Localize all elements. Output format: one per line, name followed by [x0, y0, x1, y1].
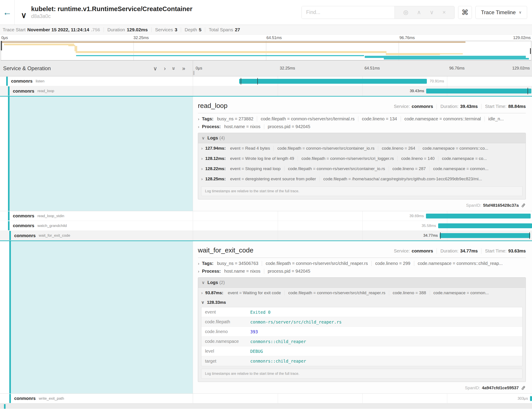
- logs-count: (4): [219, 136, 225, 141]
- tags-row[interactable]: › Tags: busy_ns = 273882 code.filepath =…: [198, 116, 526, 121]
- operation-name: wait_for_exit_code: [39, 233, 70, 238]
- span-color-accent: [8, 86, 10, 96]
- span-bar[interactable]: [426, 214, 531, 218]
- log-entry[interactable]: › 127.94ms: event = Read 4 bytes code.fi…: [198, 143, 526, 153]
- divider: [437, 104, 437, 109]
- expanded-log-timestamp: 128.33ms: [207, 300, 226, 305]
- duration-label: Duration:: [440, 104, 458, 109]
- duration-value: 34.77ms: [460, 248, 478, 254]
- back-button[interactable]: ←: [0, 0, 15, 25]
- log-entry[interactable]: › 128.22ms: event = Stopping read loop c…: [198, 164, 526, 174]
- log-entry[interactable]: › 128.25ms: event = deregistering event …: [198, 174, 526, 184]
- span-bar[interactable]: [438, 223, 532, 228]
- detail-span-meta: Service:conmonrs Duration:34.77ms Start …: [394, 248, 526, 254]
- chevron-right-icon: ›: [198, 269, 199, 274]
- log-entry[interactable]: › 93.87ms: event = Waiting for exit code…: [198, 288, 526, 298]
- operation-name: listen: [36, 79, 45, 83]
- span-duration-label: 303μs: [518, 394, 528, 403]
- process-row[interactable]: › Process: host.name = nixos process.pid…: [198, 269, 526, 274]
- log-timestamps-note: Log timestamps are relative to the start…: [201, 186, 522, 196]
- chevron-right-icon: ›: [198, 124, 199, 129]
- expand-all-icon[interactable]: »: [182, 66, 185, 71]
- expand-one-icon[interactable]: ›: [164, 66, 166, 71]
- span-name-cell[interactable]: conmonrs read_loop: [0, 86, 193, 96]
- span-detail-read-loop: read_loop Service:conmonrs Duration:39.4…: [0, 97, 532, 211]
- span-color-accent: [9, 231, 11, 240]
- log-entry[interactable]: › 128.12ms: event = Wrote log line of le…: [198, 153, 526, 164]
- link-icon[interactable]: [521, 203, 526, 208]
- span-name-cell[interactable]: conmonrs watch_grandchild: [0, 221, 193, 230]
- span-name-cell[interactable]: conmonrs read_loop_stdin: [0, 211, 193, 221]
- clear-search-icon[interactable]: ×: [442, 9, 446, 16]
- divider: [104, 27, 104, 32]
- logs-header[interactable]: ∨ Logs (2): [198, 278, 526, 288]
- log-timestamp: 128.22ms:: [205, 166, 226, 171]
- tags-label: Tags:: [202, 116, 213, 121]
- service-name: conmonrs: [11, 78, 33, 84]
- process-item: process.pid = 942045: [264, 124, 314, 129]
- tag-item: busy_ns = 273882: [217, 116, 257, 121]
- view-selector-button[interactable]: Trace Timeline ∨: [475, 6, 527, 19]
- log-marker: [257, 78, 258, 85]
- tags-label: Tags:: [202, 261, 213, 266]
- tags-row[interactable]: › Tags: busy_ns = 34506763 code.filepath…: [198, 261, 526, 266]
- table-row: level DEBUG: [201, 346, 522, 356]
- header: ← ∨ kubelet: runtime.v1.RuntimeService/C…: [0, 0, 532, 25]
- span-bar[interactable]: [239, 79, 427, 84]
- prev-match-icon[interactable]: ∧: [417, 9, 421, 16]
- span-id-value: 4a947cfd1ce59537: [482, 385, 519, 390]
- page-title: kubelet: runtime.v1.RuntimeService/Creat…: [31, 5, 192, 13]
- minimap-tick: 129.02ms: [513, 36, 531, 40]
- span-bar[interactable]: [440, 233, 530, 238]
- detail-highlight-block: [10, 97, 193, 211]
- span-name-cell[interactable]: conmonrs listen: [0, 76, 193, 86]
- collapse-one-icon[interactable]: ∨: [153, 66, 157, 71]
- partial-next-row: [0, 403, 532, 409]
- next-match-icon[interactable]: ∨: [430, 9, 434, 16]
- process-row[interactable]: › Process: host.name = nixos process.pid…: [198, 124, 526, 129]
- match-case-icon[interactable]: ◎: [403, 9, 408, 16]
- find-input[interactable]: [302, 6, 394, 19]
- tag-item: code.filepath = conmon-rs/server/src/chi…: [262, 261, 371, 266]
- find-tools: ◎ ∧ ∨ ×: [394, 6, 454, 19]
- expanded-log-header[interactable]: ∨ 128.33ms: [198, 298, 526, 307]
- command-icon: ⌘: [461, 8, 469, 17]
- detail-highlight-block: [11, 241, 193, 393]
- depth-value: 5: [199, 27, 201, 32]
- service-operation-header: Service & Operation ∨ › » » ||: [0, 61, 193, 76]
- keyboard-shortcuts-button[interactable]: ⌘: [458, 6, 472, 19]
- span-name-cell[interactable]: conmonrs write_exit_path: [0, 394, 193, 403]
- log-field: code.namespace = conmonrs::co...: [419, 146, 492, 151]
- minimap-span-bar: [75, 46, 77, 51]
- logs-header[interactable]: ∨ Logs (4): [198, 133, 526, 143]
- operation-name: read_loop: [38, 89, 54, 93]
- duration-label: Duration: [107, 27, 125, 32]
- chevron-right-icon: ›: [198, 117, 199, 121]
- span-bar[interactable]: [426, 88, 531, 93]
- minimap-span-bar: [365, 56, 526, 58]
- chevron-down-icon[interactable]: ∨: [21, 11, 27, 19]
- chevron-right-icon: ›: [201, 290, 203, 295]
- minimap-scrubber-left-handle[interactable]: [1, 41, 2, 50]
- log-field: event = deregistering event source from …: [227, 176, 319, 181]
- field-key: code.lineno: [201, 329, 250, 334]
- minimap-tick: 0μs: [1, 36, 8, 40]
- logs-label: Logs: [208, 136, 218, 141]
- collapse-all-icon[interactable]: »: [171, 67, 177, 70]
- span-duration-label: 34.77ms: [423, 231, 438, 240]
- span-bar[interactable]: [530, 396, 532, 401]
- axis-tick: 96.76ms: [449, 66, 465, 71]
- timeline-minimap[interactable]: [1, 41, 531, 60]
- chevron-right-icon: ›: [201, 166, 203, 171]
- span-name-cell[interactable]: conmonrs wait_for_exit_code: [0, 231, 193, 240]
- chevron-down-icon: ∨: [202, 136, 205, 141]
- minimap-scrubber-right-handle[interactable]: [530, 48, 531, 54]
- log-field: code.lineno = 287: [389, 166, 429, 171]
- span-color-accent: [8, 221, 10, 230]
- span-row-wait-for-exit-code: conmonrs wait_for_exit_code 34.77ms: [0, 231, 532, 241]
- duration-value: 129.02ms: [127, 27, 148, 32]
- service-name: conmonrs: [13, 223, 34, 228]
- link-icon[interactable]: [521, 385, 526, 390]
- minimap-span-bar: [386, 53, 440, 55]
- detail-span-title: wait_for_exit_code: [198, 246, 253, 254]
